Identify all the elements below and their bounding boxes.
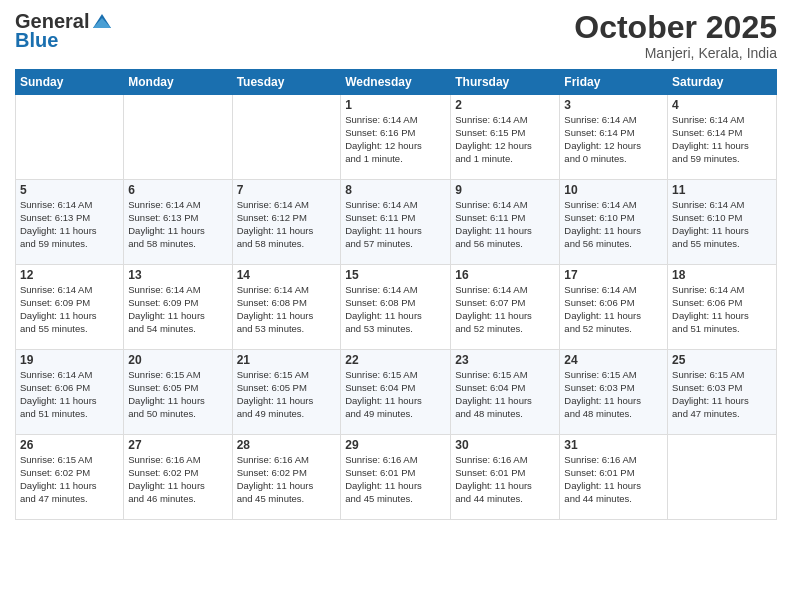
- day-cell: 27Sunrise: 6:16 AMSunset: 6:02 PMDayligh…: [124, 435, 232, 520]
- day-number: 3: [564, 98, 663, 112]
- day-cell: [16, 95, 124, 180]
- day-cell: 17Sunrise: 6:14 AMSunset: 6:06 PMDayligh…: [560, 265, 668, 350]
- day-cell: 19Sunrise: 6:14 AMSunset: 6:06 PMDayligh…: [16, 350, 124, 435]
- day-cell: 10Sunrise: 6:14 AMSunset: 6:10 PMDayligh…: [560, 180, 668, 265]
- day-cell: 3Sunrise: 6:14 AMSunset: 6:14 PMDaylight…: [560, 95, 668, 180]
- weekday-header-monday: Monday: [124, 70, 232, 95]
- day-number: 17: [564, 268, 663, 282]
- day-info: Sunrise: 6:14 AMSunset: 6:11 PMDaylight:…: [455, 199, 555, 250]
- day-number: 31: [564, 438, 663, 452]
- week-row-5: 26Sunrise: 6:15 AMSunset: 6:02 PMDayligh…: [16, 435, 777, 520]
- month-title: October 2025: [574, 10, 777, 45]
- day-cell: 15Sunrise: 6:14 AMSunset: 6:08 PMDayligh…: [341, 265, 451, 350]
- header: General Blue October 2025 Manjeri, Keral…: [15, 10, 777, 61]
- day-cell: 4Sunrise: 6:14 AMSunset: 6:14 PMDaylight…: [668, 95, 777, 180]
- day-number: 2: [455, 98, 555, 112]
- day-info: Sunrise: 6:14 AMSunset: 6:13 PMDaylight:…: [128, 199, 227, 250]
- day-number: 8: [345, 183, 446, 197]
- day-cell: [124, 95, 232, 180]
- day-number: 22: [345, 353, 446, 367]
- day-number: 10: [564, 183, 663, 197]
- day-number: 16: [455, 268, 555, 282]
- day-info: Sunrise: 6:14 AMSunset: 6:16 PMDaylight:…: [345, 114, 446, 165]
- day-info: Sunrise: 6:14 AMSunset: 6:06 PMDaylight:…: [20, 369, 119, 420]
- week-row-4: 19Sunrise: 6:14 AMSunset: 6:06 PMDayligh…: [16, 350, 777, 435]
- day-number: 13: [128, 268, 227, 282]
- weekday-header-tuesday: Tuesday: [232, 70, 341, 95]
- day-cell: 18Sunrise: 6:14 AMSunset: 6:06 PMDayligh…: [668, 265, 777, 350]
- day-info: Sunrise: 6:14 AMSunset: 6:09 PMDaylight:…: [20, 284, 119, 335]
- day-cell: 20Sunrise: 6:15 AMSunset: 6:05 PMDayligh…: [124, 350, 232, 435]
- day-cell: 9Sunrise: 6:14 AMSunset: 6:11 PMDaylight…: [451, 180, 560, 265]
- weekday-header-row: SundayMondayTuesdayWednesdayThursdayFrid…: [16, 70, 777, 95]
- weekday-header-friday: Friday: [560, 70, 668, 95]
- weekday-header-saturday: Saturday: [668, 70, 777, 95]
- page-container: General Blue October 2025 Manjeri, Keral…: [0, 0, 792, 530]
- day-cell: 14Sunrise: 6:14 AMSunset: 6:08 PMDayligh…: [232, 265, 341, 350]
- day-cell: [232, 95, 341, 180]
- day-cell: [668, 435, 777, 520]
- day-number: 19: [20, 353, 119, 367]
- day-info: Sunrise: 6:15 AMSunset: 6:04 PMDaylight:…: [455, 369, 555, 420]
- day-number: 4: [672, 98, 772, 112]
- day-number: 20: [128, 353, 227, 367]
- day-number: 9: [455, 183, 555, 197]
- day-info: Sunrise: 6:16 AMSunset: 6:01 PMDaylight:…: [455, 454, 555, 505]
- day-number: 27: [128, 438, 227, 452]
- weekday-header-sunday: Sunday: [16, 70, 124, 95]
- week-row-1: 1Sunrise: 6:14 AMSunset: 6:16 PMDaylight…: [16, 95, 777, 180]
- day-number: 28: [237, 438, 337, 452]
- day-cell: 11Sunrise: 6:14 AMSunset: 6:10 PMDayligh…: [668, 180, 777, 265]
- day-number: 26: [20, 438, 119, 452]
- day-info: Sunrise: 6:14 AMSunset: 6:06 PMDaylight:…: [672, 284, 772, 335]
- day-info: Sunrise: 6:14 AMSunset: 6:09 PMDaylight:…: [128, 284, 227, 335]
- day-number: 25: [672, 353, 772, 367]
- day-cell: 8Sunrise: 6:14 AMSunset: 6:11 PMDaylight…: [341, 180, 451, 265]
- day-cell: 28Sunrise: 6:16 AMSunset: 6:02 PMDayligh…: [232, 435, 341, 520]
- day-info: Sunrise: 6:15 AMSunset: 6:05 PMDaylight:…: [128, 369, 227, 420]
- weekday-header-thursday: Thursday: [451, 70, 560, 95]
- title-area: October 2025 Manjeri, Kerala, India: [574, 10, 777, 61]
- day-info: Sunrise: 6:15 AMSunset: 6:04 PMDaylight:…: [345, 369, 446, 420]
- day-number: 18: [672, 268, 772, 282]
- day-number: 21: [237, 353, 337, 367]
- day-info: Sunrise: 6:16 AMSunset: 6:01 PMDaylight:…: [564, 454, 663, 505]
- day-info: Sunrise: 6:14 AMSunset: 6:08 PMDaylight:…: [237, 284, 337, 335]
- day-number: 7: [237, 183, 337, 197]
- day-cell: 1Sunrise: 6:14 AMSunset: 6:16 PMDaylight…: [341, 95, 451, 180]
- day-number: 11: [672, 183, 772, 197]
- day-cell: 31Sunrise: 6:16 AMSunset: 6:01 PMDayligh…: [560, 435, 668, 520]
- day-number: 12: [20, 268, 119, 282]
- day-info: Sunrise: 6:14 AMSunset: 6:12 PMDaylight:…: [237, 199, 337, 250]
- calendar-table: SundayMondayTuesdayWednesdayThursdayFrid…: [15, 69, 777, 520]
- day-info: Sunrise: 6:15 AMSunset: 6:05 PMDaylight:…: [237, 369, 337, 420]
- day-cell: 5Sunrise: 6:14 AMSunset: 6:13 PMDaylight…: [16, 180, 124, 265]
- day-info: Sunrise: 6:14 AMSunset: 6:07 PMDaylight:…: [455, 284, 555, 335]
- day-info: Sunrise: 6:14 AMSunset: 6:13 PMDaylight:…: [20, 199, 119, 250]
- day-info: Sunrise: 6:14 AMSunset: 6:10 PMDaylight:…: [672, 199, 772, 250]
- day-info: Sunrise: 6:16 AMSunset: 6:02 PMDaylight:…: [128, 454, 227, 505]
- svg-marker-1: [93, 18, 111, 28]
- day-number: 14: [237, 268, 337, 282]
- day-number: 23: [455, 353, 555, 367]
- day-info: Sunrise: 6:14 AMSunset: 6:14 PMDaylight:…: [564, 114, 663, 165]
- day-info: Sunrise: 6:16 AMSunset: 6:01 PMDaylight:…: [345, 454, 446, 505]
- day-info: Sunrise: 6:16 AMSunset: 6:02 PMDaylight:…: [237, 454, 337, 505]
- day-number: 30: [455, 438, 555, 452]
- day-info: Sunrise: 6:15 AMSunset: 6:03 PMDaylight:…: [672, 369, 772, 420]
- day-cell: 25Sunrise: 6:15 AMSunset: 6:03 PMDayligh…: [668, 350, 777, 435]
- day-cell: 6Sunrise: 6:14 AMSunset: 6:13 PMDaylight…: [124, 180, 232, 265]
- day-number: 29: [345, 438, 446, 452]
- day-cell: 26Sunrise: 6:15 AMSunset: 6:02 PMDayligh…: [16, 435, 124, 520]
- day-cell: 30Sunrise: 6:16 AMSunset: 6:01 PMDayligh…: [451, 435, 560, 520]
- day-cell: 12Sunrise: 6:14 AMSunset: 6:09 PMDayligh…: [16, 265, 124, 350]
- day-cell: 7Sunrise: 6:14 AMSunset: 6:12 PMDaylight…: [232, 180, 341, 265]
- day-info: Sunrise: 6:14 AMSunset: 6:15 PMDaylight:…: [455, 114, 555, 165]
- day-info: Sunrise: 6:14 AMSunset: 6:14 PMDaylight:…: [672, 114, 772, 165]
- day-number: 5: [20, 183, 119, 197]
- location: Manjeri, Kerala, India: [574, 45, 777, 61]
- logo: General Blue: [15, 10, 113, 52]
- day-number: 6: [128, 183, 227, 197]
- day-cell: 23Sunrise: 6:15 AMSunset: 6:04 PMDayligh…: [451, 350, 560, 435]
- day-cell: 29Sunrise: 6:16 AMSunset: 6:01 PMDayligh…: [341, 435, 451, 520]
